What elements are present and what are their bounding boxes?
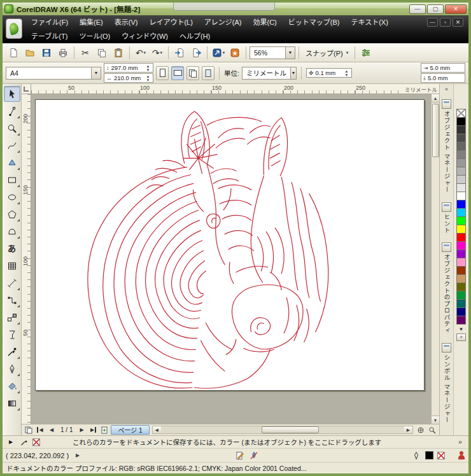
color-swatch[interactable] <box>456 109 466 118</box>
tool-transparency[interactable] <box>4 326 20 342</box>
pan-tool-icon[interactable] <box>416 426 426 435</box>
coreldraw-logo-icon[interactable] <box>6 18 22 39</box>
tool-interactive-fill[interactable] <box>4 395 20 411</box>
zoom-level-combo[interactable]: 56% ▼ <box>250 46 295 59</box>
doc-minimize-icon[interactable]: — <box>427 18 438 27</box>
tool-blend[interactable] <box>4 309 20 325</box>
palette-flyout-icon[interactable]: ≡ <box>456 333 466 341</box>
color-swatch[interactable] <box>456 142 466 151</box>
width-spinner[interactable]: ▲▼ <box>145 64 151 72</box>
tool-pick[interactable] <box>4 86 20 102</box>
color-swatch[interactable] <box>456 283 466 291</box>
color-swatch[interactable] <box>456 266 466 275</box>
vertical-scrollbar[interactable]: ▲ ▼ <box>431 94 439 424</box>
color-swatch[interactable] <box>456 134 466 143</box>
nudge-spinner[interactable]: ▲▼ <box>344 69 349 77</box>
tool-smart-fill[interactable] <box>4 155 20 171</box>
color-swatch[interactable] <box>456 316 466 325</box>
ruler-origin-button[interactable] <box>22 84 31 94</box>
scroll-left-icon[interactable]: ◀ <box>153 426 161 433</box>
previous-page-button[interactable]: ◀ <box>46 426 57 435</box>
color-swatch[interactable] <box>456 117 466 126</box>
new-document-icon[interactable] <box>6 45 21 60</box>
cut-icon[interactable]: ✂ <box>78 45 93 60</box>
page-tab[interactable]: ページ 1 <box>111 425 149 435</box>
menu-item[interactable]: アレンジ(A) <box>199 15 248 29</box>
application-launcher-icon[interactable]: ▾ <box>211 45 226 60</box>
menu-item[interactable]: テーブル(T) <box>25 29 73 43</box>
page-sorter-icon[interactable] <box>24 426 34 435</box>
edit-document-icon[interactable] <box>235 451 245 461</box>
sign-in-icon[interactable] <box>458 451 465 460</box>
v-ruler[interactable]: 20015010050 <box>22 94 31 424</box>
scroll-up-icon[interactable]: ▲ <box>432 94 439 102</box>
menu-item[interactable]: 効果(C) <box>248 15 283 29</box>
undo-icon[interactable]: ↶▾ <box>133 45 148 60</box>
menu-item[interactable]: ヘルプ(H) <box>174 29 216 43</box>
color-swatch[interactable] <box>456 200 466 209</box>
tool-shape[interactable] <box>4 103 20 119</box>
color-swatch[interactable] <box>456 291 466 300</box>
page-size-arrow-icon[interactable]: ▼ <box>91 67 101 79</box>
color-swatch[interactable] <box>456 183 466 192</box>
color-swatch[interactable] <box>456 192 466 200</box>
menu-item[interactable]: 表示(V) <box>109 15 144 29</box>
next-page-button[interactable]: ▶ <box>76 426 87 435</box>
color-swatch[interactable] <box>456 216 466 225</box>
color-swatch[interactable] <box>456 307 466 316</box>
menu-item[interactable]: レイアウト(L) <box>143 15 198 29</box>
snap-dropdown[interactable]: スナップ(P) ▾ <box>302 46 351 59</box>
open-icon[interactable] <box>22 45 38 60</box>
landscape-button[interactable] <box>171 66 184 80</box>
scroll-right-icon[interactable]: ▶ <box>404 426 412 433</box>
eyedropper-status-icon[interactable] <box>19 437 29 447</box>
last-page-button[interactable]: ▶ <box>88 426 98 435</box>
page-width-field[interactable]: ↕ 297.0 mm ▲▼ <box>104 63 153 73</box>
menu-item[interactable]: ファイル(F) <box>25 15 74 29</box>
horizontal-scrollbar[interactable]: ◀ ▶ <box>152 426 413 434</box>
duplicate-x-field[interactable]: ⇥ 5.0 mm <box>421 63 465 73</box>
first-page-button[interactable]: ◀ <box>35 426 45 435</box>
no-color-icon[interactable] <box>32 438 40 446</box>
remote-session-tab[interactable] <box>173 3 275 11</box>
import-icon[interactable] <box>172 45 187 60</box>
page-height-field[interactable]: ↔ 210.0 mm ▲▼ <box>104 73 153 83</box>
tool-ellipse[interactable] <box>4 189 20 205</box>
portrait-button[interactable] <box>156 66 169 80</box>
welcome-screen-icon[interactable] <box>227 45 243 60</box>
docker-tab[interactable]: オブジェクトのプロパティ <box>442 242 451 334</box>
height-spinner[interactable]: ▲▼ <box>145 74 151 82</box>
drawing-canvas[interactable] <box>31 94 431 424</box>
tool-text[interactable]: あ <box>4 241 20 256</box>
tool-connector[interactable] <box>4 292 20 308</box>
docker-tab[interactable]: ヒント <box>442 202 451 234</box>
docker-tab[interactable]: シンボル マネージャー <box>442 343 451 424</box>
menu-item[interactable]: ツール(O) <box>73 29 116 43</box>
nudge-field[interactable]: ✥ 0.1 mm ▲▼ <box>306 68 352 78</box>
menu-item[interactable]: 編集(E) <box>74 15 109 29</box>
units-arrow-icon[interactable]: ▼ <box>290 67 296 79</box>
vertical-scroll-thumb[interactable] <box>432 104 439 157</box>
redo-icon[interactable]: ↷▾ <box>150 45 165 60</box>
copy-icon[interactable] <box>94 45 109 60</box>
menu-item[interactable]: ビットマップ(B) <box>283 15 346 29</box>
duplicate-y-field[interactable]: ⤓ 5.0 mm <box>421 73 465 83</box>
tool-fill[interactable] <box>4 378 20 394</box>
color-swatch[interactable] <box>456 299 466 308</box>
color-swatch[interactable] <box>456 241 466 250</box>
tool-table[interactable] <box>4 258 20 274</box>
doc-close-icon[interactable]: ✕ <box>453 18 463 27</box>
tool-polygon[interactable] <box>4 206 20 222</box>
print-icon[interactable] <box>55 45 71 60</box>
color-swatch[interactable] <box>456 125 466 134</box>
color-swatch[interactable] <box>456 175 466 184</box>
color-swatch[interactable] <box>456 208 466 217</box>
horizontal-scroll-thumb[interactable] <box>262 426 319 433</box>
tool-zoom[interactable] <box>4 120 20 136</box>
page-size-combo[interactable]: A4 ▼ <box>6 67 101 80</box>
docker-collapse-icon[interactable]: « <box>441 85 453 94</box>
color-swatch[interactable] <box>456 249 466 258</box>
h-ruler[interactable]: 50100150200250 <box>31 84 402 94</box>
tool-rectangle[interactable] <box>4 172 20 188</box>
scroll-down-icon[interactable]: ▼ <box>432 416 439 424</box>
